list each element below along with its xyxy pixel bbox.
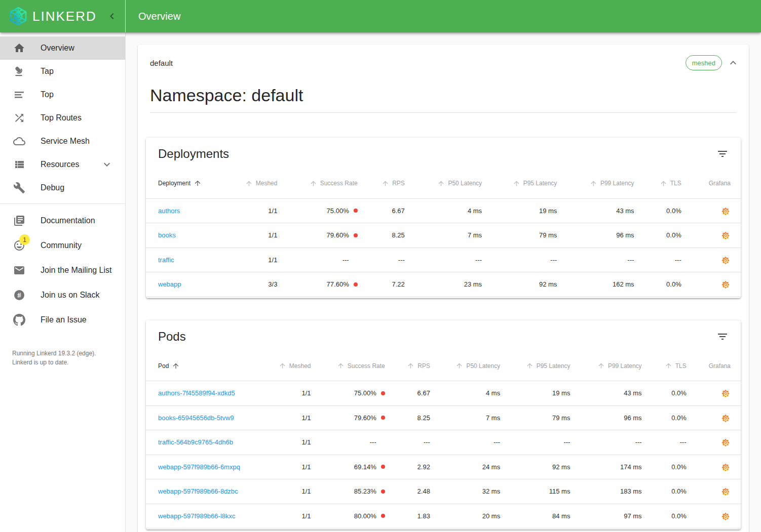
column-header-deployment[interactable]: Deployment: [146, 169, 237, 198]
home-icon: [13, 42, 25, 54]
rps-cell: 7.22: [358, 272, 405, 297]
p95-cell: 19 ms: [500, 381, 570, 406]
chevron-down-icon[interactable]: [101, 158, 113, 171]
meshed-cell: 1/1: [237, 223, 277, 248]
resource-link[interactable]: authors: [158, 207, 180, 215]
column-header-success-rate[interactable]: Success Rate: [311, 351, 385, 381]
p99-cell: 97 ms: [570, 504, 641, 528]
column-header-grafana[interactable]: Grafana: [681, 169, 742, 198]
column-header-p99-latency[interactable]: P99 Latency: [557, 169, 634, 198]
filter-icon[interactable]: [716, 148, 729, 160]
sidebar-item-tap[interactable]: Tap: [0, 60, 125, 83]
sidebar-item-top[interactable]: Top: [0, 83, 125, 106]
pods-row-webapp-597f989b66-l8kxc: webapp-597f989b66-l8kxc1/180.00%1.8320 m…: [146, 504, 742, 528]
tls-cell: 0.0%: [642, 405, 687, 430]
resource-link[interactable]: webapp: [158, 280, 181, 288]
rps-cell: 6.67: [358, 198, 405, 223]
tls-cell: 0.0%: [634, 223, 681, 248]
sidebar-item-resources[interactable]: Resources: [0, 153, 125, 176]
tls-cell: 0.0%: [642, 479, 687, 504]
sort-arrow-icon: [590, 180, 597, 187]
pods-row-authors-7f45589f94-xdkd5: authors-7f45589f94-xdkd51/175.00%6.674 m…: [146, 381, 742, 406]
sort-arrow-icon: [310, 180, 317, 187]
sidebar-item-debug[interactable]: Debug: [0, 176, 125, 199]
grafana-icon[interactable]: [721, 512, 730, 520]
column-header-meshed[interactable]: Meshed: [237, 169, 277, 198]
sidebar-item-slack[interactable]: Join us on Slack: [0, 282, 125, 307]
chevron-up-icon[interactable]: [727, 57, 739, 69]
column-header-tls[interactable]: TLS: [642, 351, 687, 381]
column-header-grafana[interactable]: Grafana: [687, 351, 742, 381]
sidebar-item-service-mesh[interactable]: Service Mesh: [0, 130, 125, 153]
grafana-icon[interactable]: [721, 487, 730, 496]
resource-name-cell: webapp-597f989b66-8dzbc: [146, 479, 262, 504]
resource-link[interactable]: webapp-597f989b66-8dzbc: [158, 487, 238, 495]
p50-cell: 7 ms: [430, 405, 500, 430]
filter-icon[interactable]: [716, 331, 729, 343]
meshed-cell: 1/1: [262, 504, 311, 528]
sidebar-item-label: Service Mesh: [41, 137, 90, 146]
success-rate-cell: 79.60%: [277, 223, 357, 248]
sidebar-item-label: Overview: [41, 44, 74, 53]
tls-cell: 0.0%: [642, 504, 687, 528]
tls-cell: 0.0%: [634, 272, 681, 297]
column-header-p50-latency[interactable]: P50 Latency: [430, 351, 500, 381]
resource-link[interactable]: webapp-597f989b66-6mxpq: [158, 463, 240, 471]
deployments-title: Deployments: [146, 138, 741, 169]
p95-cell: 19 ms: [482, 198, 557, 223]
sidebar-item-community[interactable]: 1 Community: [0, 233, 125, 258]
grafana-icon[interactable]: [721, 414, 730, 422]
pods-row-books-65945656db-5tvw9: books-65945656db-5tvw91/179.60%8.257 ms7…: [146, 405, 742, 430]
deployments-card: DeploymentsDeploymentMeshedSuccess RateR…: [146, 138, 741, 298]
grafana-icon[interactable]: [721, 389, 730, 397]
column-header-rps[interactable]: RPS: [385, 351, 430, 381]
sidebar-secondary-nav: Documentation 1 Community Join the Maili…: [0, 204, 125, 336]
resource-link[interactable]: traffic: [158, 256, 174, 264]
sidebar-item-file-issue[interactable]: File an Issue: [0, 307, 125, 332]
meshed-cell: 1/1: [262, 455, 311, 479]
grafana-icon[interactable]: [721, 256, 730, 264]
main-content: default meshed Namespace: default Deploy…: [126, 32, 761, 532]
resource-link[interactable]: traffic-564b9c9765-4dh6b: [158, 438, 233, 446]
sidebar-item-label: Community: [41, 241, 82, 250]
sidebar: Overview Tap Top Top Routes Service Mesh…: [0, 32, 126, 532]
column-header-p95-latency[interactable]: P95 Latency: [482, 169, 557, 198]
column-header-meshed[interactable]: Meshed: [262, 351, 311, 381]
sidebar-item-top-routes[interactable]: Top Routes: [0, 106, 125, 130]
sort-arrow-icon: [172, 362, 180, 370]
success-rate-cell: 80.00%: [311, 504, 385, 528]
column-header-tls[interactable]: TLS: [634, 169, 681, 198]
column-header-p50-latency[interactable]: P50 Latency: [405, 169, 482, 198]
sidebar-item-mailing-list[interactable]: Join the Mailing List: [0, 258, 125, 282]
column-header-p99-latency[interactable]: P99 Latency: [570, 351, 641, 381]
meshed-cell: 1/1: [262, 479, 311, 504]
p95-cell: 92 ms: [500, 455, 570, 479]
sort-arrow-icon: [279, 362, 286, 370]
p99-cell: 96 ms: [557, 223, 634, 248]
grafana-cell: [687, 455, 742, 479]
sidebar-item-label: Top: [41, 90, 54, 99]
grafana-icon[interactable]: [721, 280, 730, 289]
grafana-icon[interactable]: [721, 463, 730, 471]
resource-link[interactable]: books: [158, 231, 176, 239]
grafana-cell: [687, 430, 742, 455]
grafana-icon[interactable]: [721, 438, 730, 446]
grafana-icon[interactable]: [721, 207, 730, 215]
column-header-success-rate[interactable]: Success Rate: [277, 169, 357, 198]
resource-link[interactable]: webapp-597f989b66-l8kxc: [158, 512, 236, 520]
status-dot: [381, 391, 385, 395]
resource-link[interactable]: books-65945656db-5tvw9: [158, 414, 234, 422]
column-header-p95-latency[interactable]: P95 Latency: [500, 351, 570, 381]
column-header-pod[interactable]: Pod: [146, 351, 262, 381]
meshed-cell: 1/1: [262, 381, 311, 406]
sidebar-item-overview[interactable]: Overview: [0, 36, 125, 60]
column-header-rps[interactable]: RPS: [358, 169, 405, 198]
resource-link[interactable]: authors-7f45589f94-xdkd5: [158, 389, 235, 397]
deployments-row-webapp: webapp3/377.60%7.2223 ms92 ms162 ms0.0%: [146, 272, 742, 297]
status-dot: [381, 514, 385, 518]
resource-name-cell: traffic: [146, 248, 237, 272]
sidebar-item-documentation[interactable]: Documentation: [0, 208, 125, 233]
grafana-icon[interactable]: [721, 231, 730, 239]
p50-cell: 7 ms: [405, 223, 482, 248]
sidebar-collapse-icon[interactable]: [106, 10, 118, 22]
